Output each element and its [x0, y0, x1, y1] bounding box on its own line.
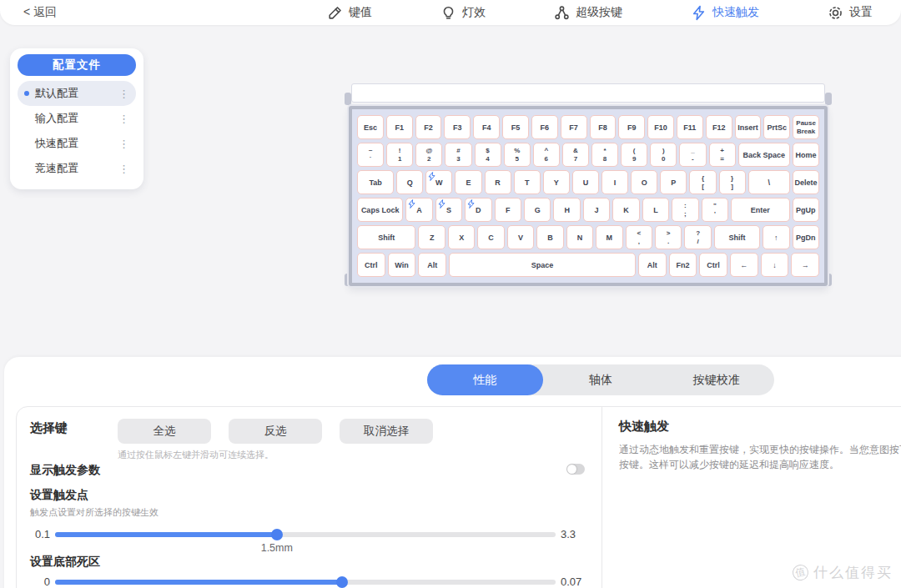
- key-q[interactable]: Q: [396, 170, 423, 194]
- key-shift[interactable]: Shift: [357, 225, 415, 249]
- key-c[interactable]: C: [477, 225, 504, 249]
- key-f[interactable]: F: [495, 198, 521, 222]
- key-b[interactable]: B: [536, 225, 563, 249]
- key-d[interactable]: D: [465, 198, 491, 222]
- back-button[interactable]: < 返回: [23, 5, 57, 20]
- key-g[interactable]: G: [524, 198, 551, 222]
- key-r[interactable]: R: [485, 170, 511, 194]
- key-esc[interactable]: Esc: [357, 115, 384, 139]
- slider-handle[interactable]: [271, 529, 283, 540]
- key-4[interactable]: $4: [475, 143, 501, 167]
- key-5[interactable]: %5: [504, 143, 531, 167]
- profile-item-3[interactable]: 快速配置⋮: [18, 131, 136, 156]
- key-p[interactable]: P: [660, 170, 687, 194]
- tab-3[interactable]: 按键校准: [658, 364, 774, 395]
- key-shift[interactable]: Shift: [714, 225, 760, 249]
- key-f3[interactable]: F3: [444, 115, 471, 139]
- tab-2[interactable]: 轴体: [543, 364, 659, 395]
- key-h[interactable]: H: [553, 198, 580, 222]
- key-v[interactable]: V: [507, 225, 534, 249]
- key-k[interactable]: K: [612, 198, 639, 222]
- key-6[interactable]: ^6: [533, 143, 560, 167]
- kebab-menu-icon[interactable]: ⋮: [118, 138, 129, 149]
- key-win[interactable]: Win: [388, 253, 416, 277]
- key-f10[interactable]: F10: [647, 115, 674, 139]
- key-ctrl[interactable]: Ctrl: [357, 253, 385, 277]
- nav-item-nodes[interactable]: 超级按键: [554, 5, 622, 21]
- key-o[interactable]: O: [631, 170, 657, 194]
- key-=[interactable]: +=: [709, 143, 736, 167]
- key-s[interactable]: S: [435, 198, 462, 222]
- key-tab[interactable]: Tab: [357, 170, 394, 194]
- slider-track[interactable]: [55, 532, 556, 537]
- key-f2[interactable]: F2: [415, 115, 442, 139]
- key-delete[interactable]: Delete: [793, 170, 819, 194]
- key-,[interactable]: <,: [626, 225, 652, 249]
- kebab-menu-icon[interactable]: ⋮: [118, 88, 129, 99]
- key-i[interactable]: I: [602, 170, 628, 194]
- key-0[interactable]: )0: [650, 143, 677, 167]
- profile-item-1[interactable]: 默认配置⋮: [18, 81, 136, 106]
- slider-track[interactable]: [55, 580, 556, 585]
- key-back-space[interactable]: Back Space: [738, 143, 790, 167]
- key-.[interactable]: >.: [655, 225, 682, 249]
- select-button-3[interactable]: 取消选择: [340, 419, 433, 444]
- key-z[interactable]: Z: [418, 225, 445, 249]
- nav-item-pen[interactable]: 键值: [327, 5, 372, 21]
- key-→[interactable]: →: [791, 253, 819, 277]
- key-;[interactable]: :;: [672, 198, 698, 222]
- key-w[interactable]: W: [425, 170, 452, 194]
- key-space[interactable]: Space: [449, 253, 636, 277]
- key-`[interactable]: ~`: [357, 143, 384, 167]
- key--[interactable]: _-: [679, 143, 706, 167]
- key-prtsc[interactable]: PrtSc: [763, 115, 790, 139]
- nav-item-bulb[interactable]: 灯效: [440, 5, 486, 21]
- key-1[interactable]: !1: [386, 143, 413, 167]
- key-n[interactable]: N: [566, 225, 593, 249]
- key-t[interactable]: T: [514, 170, 541, 194]
- key-f1[interactable]: F1: [386, 115, 413, 139]
- key-pgup[interactable]: PgUp: [793, 198, 819, 222]
- key-↑[interactable]: ↑: [763, 225, 789, 249]
- key-e[interactable]: E: [455, 170, 481, 194]
- nav-item-lightning[interactable]: 快速触发: [691, 5, 759, 21]
- key-/[interactable]: ?/: [684, 225, 711, 249]
- key-f11[interactable]: F11: [677, 115, 703, 139]
- key-2[interactable]: @2: [415, 143, 442, 167]
- key-7[interactable]: &7: [562, 143, 589, 167]
- key-3[interactable]: #3: [445, 143, 471, 167]
- key-j[interactable]: J: [583, 198, 610, 222]
- show-params-toggle[interactable]: [566, 464, 585, 475]
- key-a[interactable]: A: [405, 198, 432, 222]
- select-button-1[interactable]: 全选: [118, 419, 211, 444]
- key-f5[interactable]: F5: [502, 115, 529, 139]
- key-y[interactable]: Y: [543, 170, 570, 194]
- key-f8[interactable]: F8: [590, 115, 617, 139]
- key-f4[interactable]: F4: [473, 115, 500, 139]
- key-f7[interactable]: F7: [561, 115, 587, 139]
- key-[[interactable]: {[: [689, 170, 716, 194]
- key-insert[interactable]: Insert: [735, 115, 762, 139]
- kebab-menu-icon[interactable]: ⋮: [118, 163, 129, 174]
- key-caps-lock[interactable]: Caps Lock: [357, 198, 403, 222]
- key-↓[interactable]: ↓: [761, 253, 789, 277]
- key-u[interactable]: U: [572, 170, 599, 194]
- key-f6[interactable]: F6: [531, 115, 558, 139]
- key-\[interactable]: \: [748, 170, 790, 194]
- key-m[interactable]: M: [596, 225, 622, 249]
- key-8[interactable]: *8: [591, 143, 618, 167]
- kebab-menu-icon[interactable]: ⋮: [118, 113, 129, 124]
- profile-item-2[interactable]: 输入配置⋮: [18, 106, 136, 131]
- key-break[interactable]: PauseBreak: [793, 115, 819, 139]
- key-alt[interactable]: Alt: [638, 253, 667, 277]
- key-9[interactable]: (9: [621, 143, 647, 167]
- nav-item-gear[interactable]: 设置: [828, 5, 873, 21]
- key-f12[interactable]: F12: [706, 115, 732, 139]
- key-'[interactable]: "': [702, 198, 728, 222]
- slider-handle[interactable]: [336, 576, 348, 588]
- key-home[interactable]: Home: [793, 143, 819, 167]
- key-ctrl[interactable]: Ctrl: [699, 253, 727, 277]
- key-fn2[interactable]: Fn2: [669, 253, 697, 277]
- key-enter[interactable]: Enter: [731, 198, 789, 222]
- key-pgdn[interactable]: PgDn: [793, 225, 819, 249]
